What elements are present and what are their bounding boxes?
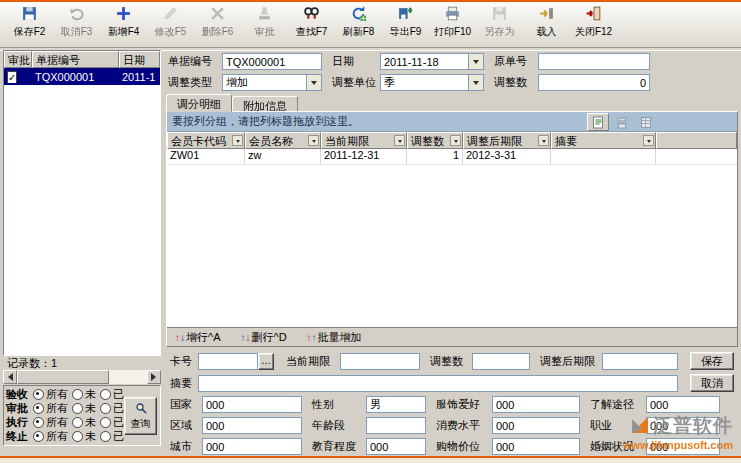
column-header-summary[interactable]: 摘要: [551, 132, 656, 149]
document-list-hscrollbar[interactable]: [3, 370, 161, 384]
radio-not[interactable]: [72, 431, 83, 442]
card-no-input[interactable]: [198, 353, 258, 370]
tab-detail[interactable]: 调分明细: [166, 94, 232, 112]
adjust-type-dropdown-button[interactable]: [307, 74, 322, 91]
save-as-button[interactable]: 另存为: [476, 5, 523, 45]
country-input[interactable]: [202, 396, 302, 413]
scrollbar-thumb[interactable]: [17, 370, 109, 384]
grid-data-row[interactable]: ZW01 zw 2011-12-31 1 2012-3-31: [167, 149, 737, 165]
adjust-unit-input[interactable]: [380, 74, 469, 91]
region-input[interactable]: [202, 417, 302, 434]
column-filter-arrow[interactable]: [538, 135, 549, 146]
radio-all-label[interactable]: 所有: [46, 415, 68, 430]
radio-done[interactable]: [100, 403, 111, 414]
education-input[interactable]: [366, 438, 426, 455]
delete-row-action[interactable]: ↑↓ 删行^D: [241, 330, 287, 345]
save-row-button[interactable]: 保存: [690, 352, 734, 370]
column-header-approve[interactable]: 审批: [4, 51, 32, 68]
radio-not[interactable]: [72, 403, 83, 414]
column-header-after-period[interactable]: 调整后期限: [463, 132, 551, 149]
scrollbar-track[interactable]: [109, 370, 147, 384]
scroll-left-button[interactable]: [3, 370, 17, 384]
after-period-input[interactable]: [602, 353, 678, 370]
city-input[interactable]: [202, 438, 302, 455]
export-grid-icon[interactable]: [587, 113, 609, 131]
batch-add-action[interactable]: ↑↑ 批量增加: [307, 330, 362, 345]
marital-status-input[interactable]: [646, 438, 720, 455]
document-list-row-selected[interactable]: TQX000001 2011-1: [4, 68, 160, 85]
modify-button[interactable]: 修改F5: [147, 5, 194, 45]
new-button[interactable]: 新增F4: [100, 5, 147, 45]
cancel-row-button[interactable]: 取消: [690, 374, 734, 392]
price-range-input[interactable]: [492, 438, 580, 455]
column-header-current-period[interactable]: 当前期限: [321, 132, 407, 149]
column-filter-arrow[interactable]: [308, 135, 319, 146]
print-grid-icon[interactable]: [611, 113, 633, 131]
occupation-input[interactable]: [646, 417, 720, 434]
adjust-num-input[interactable]: [538, 74, 650, 91]
radio-done-label[interactable]: 已: [113, 387, 124, 402]
radio-done[interactable]: [100, 431, 111, 442]
gender-input[interactable]: [366, 396, 426, 413]
query-button[interactable]: 查询: [124, 397, 157, 435]
find-button[interactable]: 查找F7: [288, 5, 335, 45]
radio-all[interactable]: [33, 403, 44, 414]
adjust-type-input[interactable]: [222, 74, 307, 91]
radio-all[interactable]: [33, 417, 44, 428]
add-row-action[interactable]: ↑↓ 增行^A: [175, 330, 221, 345]
radio-not-label[interactable]: 未: [85, 415, 96, 430]
save-button[interactable]: 保存F2: [6, 5, 53, 45]
print-button[interactable]: 打印F10: [429, 5, 476, 45]
column-filter-arrow[interactable]: [450, 135, 461, 146]
occupation-label: 职业: [588, 418, 646, 433]
clothing-pref-input[interactable]: [492, 396, 580, 413]
export-button[interactable]: 导出F9: [382, 5, 429, 45]
radio-done[interactable]: [100, 389, 111, 400]
column-filter-arrow[interactable]: [394, 135, 405, 146]
load-button[interactable]: 载入: [523, 5, 570, 45]
adjust-count-input[interactable]: [472, 353, 530, 370]
tab-extra-info[interactable]: 附加信息: [232, 96, 298, 112]
adjust-unit-dropdown-button[interactable]: [469, 74, 484, 91]
approve-checkbox[interactable]: [7, 71, 17, 83]
date-input[interactable]: [380, 53, 469, 70]
column-filter-arrow[interactable]: [643, 135, 654, 146]
spend-level-input[interactable]: [492, 417, 580, 434]
radio-not-label[interactable]: 未: [85, 429, 96, 444]
column-header-date[interactable]: 日期: [119, 51, 160, 68]
radio-all[interactable]: [33, 389, 44, 400]
column-header-adjust-num[interactable]: 调整数: [407, 132, 463, 149]
layout-grid-icon[interactable]: [635, 113, 657, 131]
scroll-right-button[interactable]: [147, 370, 161, 384]
radio-not-label[interactable]: 未: [85, 387, 96, 402]
radio-not-label[interactable]: 未: [85, 401, 96, 416]
delete-button[interactable]: 删除F6: [194, 5, 241, 45]
referral-input[interactable]: [646, 396, 720, 413]
orig-no-input[interactable]: [538, 53, 650, 70]
column-header-member-name[interactable]: 会员名称: [245, 132, 321, 149]
radio-not[interactable]: [72, 417, 83, 428]
radio-done-label[interactable]: 已: [113, 429, 124, 444]
date-dropdown-button[interactable]: [469, 53, 484, 70]
summary-input[interactable]: [198, 375, 678, 392]
radio-not[interactable]: [72, 389, 83, 400]
radio-done-label[interactable]: 已: [113, 415, 124, 430]
radio-all-label[interactable]: 所有: [46, 429, 68, 444]
column-filter-arrow[interactable]: [232, 135, 243, 146]
radio-all-label[interactable]: 所有: [46, 401, 68, 416]
close-button[interactable]: 关闭F12: [570, 5, 617, 45]
age-group-input[interactable]: [366, 417, 426, 434]
refresh-button[interactable]: 刷新F8: [335, 5, 382, 45]
radio-done-label[interactable]: 已: [113, 401, 124, 416]
card-browse-button[interactable]: …: [258, 353, 274, 370]
approve-button[interactable]: 审批: [241, 5, 288, 45]
column-header-doc-no[interactable]: 单据编号: [32, 51, 119, 68]
cancel-button[interactable]: 取消F3: [53, 5, 100, 45]
column-header-card-code[interactable]: 会员卡代码: [167, 132, 245, 149]
group-by-bar[interactable]: 要按列分组，请把列标题拖放到这里。: [167, 112, 737, 132]
radio-all-label[interactable]: 所有: [46, 387, 68, 402]
radio-all[interactable]: [33, 431, 44, 442]
radio-done[interactable]: [100, 417, 111, 428]
doc-no-input[interactable]: [222, 53, 322, 70]
current-period-input[interactable]: [340, 353, 420, 370]
